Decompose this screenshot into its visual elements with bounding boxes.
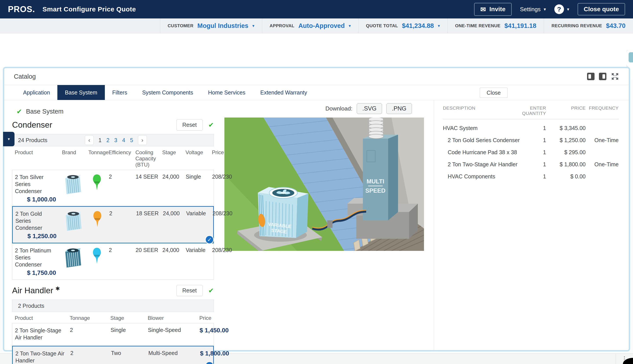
stage-value: Two <box>108 350 146 364</box>
tab-filters[interactable]: Filters <box>105 85 135 100</box>
condenser-reset-button[interactable]: Reset <box>177 119 203 130</box>
price-value: $ 1,800.00 <box>197 350 233 364</box>
pager-next-button[interactable]: › <box>138 135 147 145</box>
product-name: 2 Ton Single-Stage Air Handler <box>12 327 67 343</box>
line-quantity-input[interactable]: 1 <box>520 149 546 156</box>
air-handler-products-bar: 2 Products <box>12 300 214 312</box>
tab-base-system[interactable]: Base System <box>57 85 105 100</box>
line-description: Code Hurricane Pad 38 x 38 <box>443 149 520 156</box>
condenser-row-silver[interactable]: 2 Ton Silver Series Condenser <box>12 170 214 206</box>
chevron-down-icon[interactable]: ▾ <box>252 23 255 28</box>
product-name: 2 Ton Gold Series Condenser <box>13 210 60 233</box>
header-actions: ✉ Invite Settings ▾ ? ▾ Close quote <box>474 3 625 16</box>
customer-field[interactable]: CUSTOMER Mogul Industries ▾ <box>160 18 262 33</box>
line-quantity-input[interactable]: 1 <box>520 173 546 180</box>
pager-prev-button[interactable]: ‹ <box>85 135 94 145</box>
col-enter-quantity: ENTER QUANTITY <box>520 106 546 116</box>
settings-menu[interactable]: Settings ▾ <box>520 6 546 13</box>
page-3[interactable]: 3 <box>114 137 117 144</box>
approval-value[interactable]: Auto-Approved <box>298 22 345 30</box>
condenser-row-platinum[interactable]: 2 Ton Platinum Series Condenser <box>12 243 214 280</box>
section-dropdown-tab[interactable]: ▾ <box>3 132 15 146</box>
condenser-pager: ‹ 1 2 3 4 5 › <box>85 135 147 145</box>
voltage-value: 208/230 <box>210 174 233 196</box>
download-svg-button[interactable]: .SVG <box>357 103 382 114</box>
selected-check-icon: ✓ <box>205 235 214 244</box>
tonnage-value: 2 <box>68 350 108 364</box>
recurring-revenue-field: RECURRING REVENUE $43.70 <box>544 18 633 33</box>
approval-field[interactable]: APPROVAL Auto-Approved ▾ <box>262 18 358 33</box>
chevron-down-icon[interactable]: ▾ <box>438 23 440 28</box>
air-handler-row-two-stage-selected[interactable]: 2 Ton Two-Stage Air Handler 2 Two Multi-… <box>12 346 214 364</box>
quote-total-field[interactable]: QUOTE TOTAL $41,234.88 ▾ <box>358 18 447 33</box>
check-icon: ✔ <box>208 287 214 294</box>
page-4[interactable]: 4 <box>122 137 125 144</box>
col-efficiency: Efficiency <box>106 150 133 168</box>
price-value: $ 1,450.00 <box>197 327 232 343</box>
quote-lines-column: DESCRIPTION ENTER QUANTITY PRICE FREQUEN… <box>434 100 630 350</box>
envelope-icon: ✉ <box>480 6 486 13</box>
line-description: HVAC Components <box>443 173 520 180</box>
stage-value: Variable <box>183 247 210 269</box>
air-handler-table-header: Product Tonnage Stage Blower Price <box>12 312 214 323</box>
line-quantity-input[interactable]: 1 <box>520 137 546 144</box>
chevron-down-icon[interactable]: ▾ <box>349 23 351 28</box>
required-asterisk: ✱ <box>55 286 60 292</box>
one-time-revenue-label: ONE-TIME REVENUE <box>455 23 500 28</box>
col-brand: Brand <box>59 150 86 168</box>
customer-value[interactable]: Mogul Industries <box>197 22 248 30</box>
collapse-right-pane-icon[interactable] <box>599 73 606 80</box>
floating-widget[interactable] <box>626 50 633 67</box>
panel-titlebar: Catalog <box>4 68 629 85</box>
air-handler-row-single-stage[interactable]: 2 Ton Single-Stage Air Handler 2 Single … <box>12 323 214 346</box>
download-png-button[interactable]: .PNG <box>386 103 412 114</box>
floating-widget-card[interactable] <box>626 50 633 67</box>
indoor-unit-label-line1: MULTI <box>367 178 384 185</box>
condenser-row-gold-selected[interactable]: 2 Ton Gold Series Condenser <box>12 206 214 244</box>
close-button[interactable]: Close <box>480 88 507 98</box>
page-5[interactable]: 5 <box>130 137 133 144</box>
help-icon: ? <box>554 4 564 14</box>
download-label: Download: <box>326 105 353 112</box>
invite-button[interactable]: ✉ Invite <box>474 3 511 16</box>
visualization-column: Download: .SVG .PNG <box>222 100 434 350</box>
expand-icon[interactable] <box>611 72 619 80</box>
invite-label: Invite <box>489 6 505 13</box>
panel-title: Catalog <box>14 73 36 80</box>
air-handler-reset-button[interactable]: Reset <box>177 285 203 296</box>
quote-table-header: DESCRIPTION ENTER QUANTITY PRICE FREQUEN… <box>443 106 619 119</box>
condenser-unit-image <box>62 247 83 269</box>
col-price: PRICE <box>546 106 586 116</box>
voltage-value: 208/230 <box>210 210 234 233</box>
page-1[interactable]: 1 <box>99 137 102 144</box>
tab-application[interactable]: Application <box>16 85 57 100</box>
page-2[interactable]: 2 <box>106 137 110 144</box>
tab-system-components[interactable]: System Components <box>135 85 201 100</box>
quote-row-hvac-components: HVAC Components 1 $ 0.00 <box>443 173 619 180</box>
tab-home-services[interactable]: Home Services <box>201 85 253 100</box>
line-frequency: One-Time <box>586 137 619 144</box>
quote-total-value[interactable]: $41,234.88 <box>402 22 434 30</box>
line-description: 2 Ton Gold Series Condenser <box>443 137 520 144</box>
products-count: 2 Products <box>18 303 45 309</box>
col-stage: Stage <box>108 315 145 321</box>
price-value: $ 1,250.00 <box>13 233 60 240</box>
help-menu[interactable]: ? ▾ <box>554 4 569 14</box>
col-frequency: FREQUENCY <box>586 106 619 116</box>
hvac-illustration: MULTI SPEED <box>224 118 424 251</box>
line-description: HVAC System <box>443 125 520 131</box>
blower-value: Single-Speed <box>145 327 197 343</box>
approval-label: APPROVAL <box>270 23 295 28</box>
tab-extended-warranty[interactable]: Extended Warranty <box>253 85 315 100</box>
brand-icon <box>92 247 102 264</box>
collapse-left-pane-icon[interactable] <box>587 73 594 80</box>
line-quantity-input[interactable]: 1 <box>520 161 546 168</box>
col-description: DESCRIPTION <box>443 106 520 116</box>
line-quantity-input[interactable]: 1 <box>520 125 546 131</box>
col-tonnage: Tonnage <box>67 315 108 321</box>
line-frequency <box>586 149 619 156</box>
close-quote-button[interactable]: Close quote <box>578 3 625 16</box>
line-price: $ 295.00 <box>546 149 586 156</box>
recurring-revenue-label: RECURRING REVENUE <box>551 23 602 28</box>
efficiency-value: 18 SEER <box>133 210 160 233</box>
